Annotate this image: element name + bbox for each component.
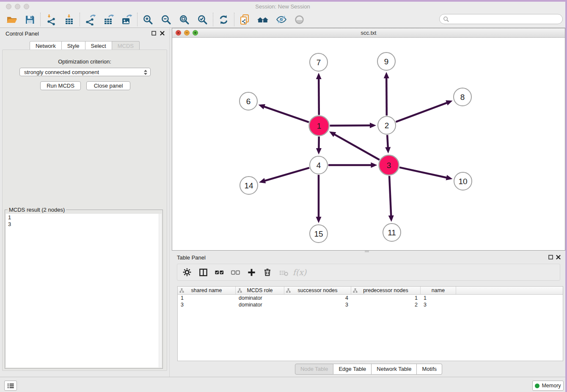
graph-node-14[interactable]: 14 bbox=[240, 177, 258, 194]
table-cell[interactable]: 1 bbox=[178, 295, 236, 301]
graph-node-6[interactable]: 6 bbox=[239, 92, 257, 110]
task-list-icon bbox=[7, 383, 14, 389]
svg-text:8: 8 bbox=[460, 93, 465, 102]
toolbar-separator bbox=[234, 13, 234, 26]
deselect-all-checkboxes-icon[interactable] bbox=[227, 265, 243, 279]
memory-button[interactable]: Memory bbox=[532, 381, 564, 391]
table-row[interactable]: 1dominator411 bbox=[178, 295, 563, 301]
import-network-icon[interactable] bbox=[42, 12, 60, 27]
table-cell[interactable]: 1 bbox=[351, 295, 421, 301]
close-panel-icon[interactable] bbox=[160, 30, 165, 36]
table-close-panel-icon[interactable] bbox=[556, 254, 561, 260]
zoom-fit-icon[interactable] bbox=[175, 12, 193, 27]
clone-network-icon[interactable] bbox=[236, 12, 254, 27]
result-scrollbar[interactable] bbox=[159, 214, 162, 367]
graph-edge-1-4[interactable] bbox=[316, 136, 322, 155]
export-network-icon[interactable] bbox=[81, 12, 99, 27]
zoom-selected-icon[interactable] bbox=[193, 12, 212, 27]
graph-edge-1-6[interactable] bbox=[259, 104, 309, 122]
select-all-checkboxes-icon[interactable] bbox=[211, 265, 227, 279]
graph-edge-3-1[interactable] bbox=[329, 132, 380, 160]
criterion-selected-value: strongly connected component bbox=[24, 69, 99, 75]
graph-node-4[interactable]: 4 bbox=[310, 156, 328, 174]
table-tab-network-table[interactable]: Network Table bbox=[372, 364, 417, 375]
graph-edge-3-11[interactable] bbox=[388, 176, 394, 222]
run-mcds-button[interactable]: Run MCDS bbox=[40, 81, 81, 90]
graph-node-7[interactable]: 7 bbox=[310, 53, 328, 71]
delete-row-icon[interactable] bbox=[259, 265, 275, 279]
svg-text:1: 1 bbox=[317, 121, 322, 130]
refresh-layout-icon[interactable] bbox=[215, 12, 233, 27]
column-header-name[interactable]: name bbox=[421, 287, 456, 294]
add-row-icon[interactable] bbox=[243, 265, 259, 279]
table-cell[interactable]: 2 bbox=[351, 302, 421, 308]
settings-gear-icon[interactable] bbox=[179, 265, 195, 279]
table-float-panel-icon[interactable] bbox=[548, 254, 553, 260]
table-cell[interactable]: 3 bbox=[284, 302, 351, 308]
zoom-in-icon[interactable] bbox=[139, 12, 157, 27]
node-table-body: 1dominator4113dominator323 bbox=[178, 295, 563, 308]
import-table-icon[interactable] bbox=[60, 12, 78, 27]
task-history-button[interactable] bbox=[4, 381, 17, 391]
show-panels-icon[interactable] bbox=[290, 12, 308, 27]
save-session-icon[interactable] bbox=[21, 12, 39, 27]
graph-edge-2-9[interactable] bbox=[384, 72, 389, 116]
search-input[interactable] bbox=[439, 14, 563, 24]
svg-text:2: 2 bbox=[385, 121, 389, 130]
table-cell[interactable]: dominator bbox=[236, 295, 284, 301]
hide-panels-icon[interactable] bbox=[272, 12, 290, 27]
table-cell[interactable]: dominator bbox=[236, 302, 284, 308]
graph-node-15[interactable]: 15 bbox=[310, 225, 328, 243]
graph-node-8[interactable]: 8 bbox=[454, 88, 471, 106]
select-chevrons-icon bbox=[143, 69, 148, 77]
network-window-title: scc.txt bbox=[172, 30, 565, 36]
mcds-result-list[interactable]: 13 bbox=[6, 214, 162, 367]
graph-edge-1-2[interactable] bbox=[330, 123, 376, 128]
graph-edge-2-8[interactable] bbox=[396, 100, 453, 122]
table-cell[interactable]: 4 bbox=[284, 295, 351, 301]
mcds-panel: Optimization criterion: strongly connect… bbox=[2, 50, 167, 371]
column-header-successor-nodes[interactable]: successor nodes bbox=[284, 287, 351, 294]
graph-edge-2-3[interactable] bbox=[385, 135, 391, 154]
column-header-shared-name[interactable]: shared name bbox=[178, 287, 236, 294]
home-view-icon[interactable] bbox=[254, 12, 272, 27]
graph-edge-3-10[interactable] bbox=[399, 167, 453, 180]
export-table-icon[interactable] bbox=[99, 12, 118, 27]
network-window-titlebar[interactable]: scc.txt bbox=[172, 28, 565, 38]
criterion-select[interactable]: strongly connected component bbox=[19, 68, 151, 76]
table-cell[interactable]: 3 bbox=[178, 302, 236, 308]
control-panel: Control Panel NetworkStyleSelectMCDS Opt… bbox=[0, 28, 169, 377]
table-tab-motifs[interactable]: Motifs bbox=[417, 364, 442, 375]
table-row[interactable]: 3dominator323 bbox=[178, 301, 563, 308]
column-header-mcds-role[interactable]: MCDS role bbox=[236, 287, 284, 294]
graph-node-2[interactable]: 2 bbox=[378, 116, 396, 134]
table-tab-edge-table[interactable]: Edge Table bbox=[333, 364, 372, 375]
zoom-out-icon[interactable] bbox=[157, 12, 175, 27]
close-panel-button[interactable]: Close panel bbox=[86, 81, 130, 90]
svg-text:7: 7 bbox=[317, 58, 321, 67]
export-image-icon[interactable] bbox=[118, 12, 136, 27]
table-toolbar: f(x) bbox=[177, 264, 560, 281]
open-session-icon[interactable] bbox=[3, 12, 21, 27]
graph-node-1[interactable]: 1 bbox=[309, 116, 329, 136]
graph-node-11[interactable]: 11 bbox=[383, 224, 401, 241]
graph-edge-4-14[interactable] bbox=[259, 168, 309, 183]
graph-edge-4-15[interactable] bbox=[316, 175, 322, 223]
svg-text:4: 4 bbox=[317, 161, 321, 170]
svg-text:6: 6 bbox=[246, 97, 251, 106]
graph-node-3[interactable]: 3 bbox=[379, 155, 399, 175]
split-view-icon[interactable] bbox=[195, 265, 211, 279]
float-panel-icon[interactable] bbox=[151, 30, 157, 36]
column-header-predecessor-nodes[interactable]: predecessor nodes bbox=[351, 287, 421, 294]
graph-node-9[interactable]: 9 bbox=[377, 52, 395, 70]
table-tab-node-table[interactable]: Node Table bbox=[295, 364, 334, 375]
graph-node-10[interactable]: 10 bbox=[454, 172, 472, 190]
network-canvas[interactable]: 7968124314101511 bbox=[172, 38, 565, 250]
table-cell[interactable]: 1 bbox=[421, 295, 456, 301]
table-cell[interactable]: 3 bbox=[421, 302, 456, 308]
function-builder-icon[interactable]: f(x) bbox=[292, 265, 308, 279]
delete-table-icon[interactable] bbox=[275, 265, 292, 279]
memory-status-icon bbox=[535, 384, 539, 388]
graph-edge-1-7[interactable] bbox=[316, 73, 322, 115]
graph-edge-4-3[interactable] bbox=[328, 163, 377, 168]
